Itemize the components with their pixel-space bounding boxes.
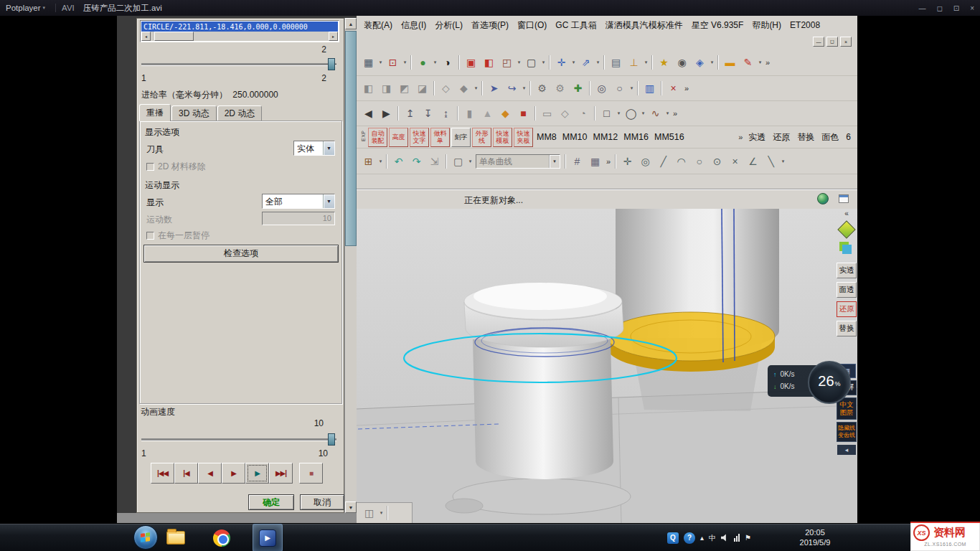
back-icon[interactable]: ◀ xyxy=(360,105,377,122)
annotate-icon[interactable]: ✎ xyxy=(740,54,756,70)
snap-point-icon[interactable]: ✛ xyxy=(619,153,636,169)
dropdown-arrow-icon[interactable]: ▾ xyxy=(377,159,384,164)
snap-line-icon[interactable]: ╱ xyxy=(655,153,672,169)
half-shade-icon[interactable]: ◑ xyxy=(439,54,456,70)
snap-tangent-icon[interactable]: ╲ xyxy=(763,153,779,169)
line-slider-track[interactable] xyxy=(141,63,336,65)
standard-part-icon[interactable] xyxy=(837,220,855,238)
ime-icon[interactable]: 中 xyxy=(709,533,716,543)
size-label-button[interactable]: MM8 xyxy=(537,132,557,142)
ok-button[interactable]: 确定 xyxy=(248,494,294,510)
size-label-button[interactable]: MM12 xyxy=(593,132,618,142)
frame-back-button[interactable]: |◀ xyxy=(174,463,198,484)
pause-each-layer-checkbox[interactable] xyxy=(146,232,154,240)
taskbar-potplayer-button[interactable]: ▶ xyxy=(253,524,283,551)
quick-button[interactable]: 自动 装配 xyxy=(368,128,387,147)
dropdown-arrow-icon[interactable]: ▾ xyxy=(643,60,649,65)
tab-2d-dynamic[interactable]: 2D 动态 xyxy=(217,105,263,121)
snap-intersect-icon[interactable]: × xyxy=(727,153,743,169)
red-block-icon[interactable]: ▣ xyxy=(463,54,479,70)
red-cube-icon[interactable]: ■ xyxy=(515,105,532,122)
snap-circle-icon[interactable]: ○ xyxy=(691,153,707,169)
go-first-button[interactable]: |◀◀ xyxy=(151,463,174,484)
locate-icon[interactable]: ◎ xyxy=(593,80,610,97)
layer-tool-button[interactable]: 隐藏线 变齿线 xyxy=(837,422,857,442)
plate-icon[interactable]: ▭ xyxy=(539,105,555,122)
solid-corner2-icon[interactable]: ◨ xyxy=(378,80,395,97)
gem-view-icon[interactable]: ◈ xyxy=(692,54,708,70)
overflow-chevron-icon[interactable]: » xyxy=(606,157,611,166)
exp-handle[interactable]: EXP xyxy=(361,133,366,141)
mdi-close-button[interactable]: × xyxy=(840,37,852,47)
selection-box-icon[interactable]: ▢ xyxy=(450,153,466,169)
dropdown-arrow-icon[interactable]: ▾ xyxy=(377,60,384,65)
panel-scroll-arrow-icon[interactable]: ◂ xyxy=(837,445,856,455)
dropdown-arrow-icon[interactable]: ▾ xyxy=(549,155,560,168)
speed-slider[interactable] xyxy=(141,433,336,447)
spline-icon[interactable]: ∿ xyxy=(647,105,664,122)
tab-3d-dynamic[interactable]: 3D 动态 xyxy=(171,105,217,121)
taskbar-chrome-button[interactable] xyxy=(207,524,237,551)
combo-arrow-icon[interactable]: ▼ xyxy=(323,141,334,155)
menu-item[interactable]: 星空 V6.935F xyxy=(687,18,748,33)
close-button[interactable]: × xyxy=(970,4,974,12)
window-icon[interactable] xyxy=(839,194,849,203)
gcode-hscrollbar[interactable]: ◂ ▸ xyxy=(141,32,338,41)
security-icon[interactable]: ? xyxy=(684,532,695,544)
hscroll-left-button[interactable]: ◂ xyxy=(141,32,151,41)
display-mode-icon[interactable]: ▦ xyxy=(360,54,377,70)
mesh-icon[interactable]: ▦ xyxy=(587,153,603,169)
menu-item[interactable]: ET2008 xyxy=(786,19,824,32)
key-icon[interactable]: ★ xyxy=(656,54,672,70)
hscroll-track[interactable] xyxy=(151,32,329,41)
qq-icon[interactable]: Q xyxy=(667,532,679,544)
extend-icon[interactable]: ⇲ xyxy=(426,153,443,169)
dropdown-arrow-icon[interactable]: ▾ xyxy=(757,60,763,65)
tray-clock[interactable]: 20:05 2019/5/9 xyxy=(788,527,842,547)
scroll-up-button[interactable]: ▲ xyxy=(345,18,357,29)
target-icon[interactable]: ◉ xyxy=(674,54,690,70)
taskbar-explorer-button[interactable] xyxy=(161,524,191,551)
menu-item[interactable]: 信息(I) xyxy=(397,18,430,33)
motion-display-combo[interactable]: 全部 ▼ xyxy=(262,194,335,209)
layers-icon[interactable] xyxy=(842,245,852,254)
play-forward-button[interactable]: ▶ xyxy=(222,463,245,484)
viewer-button[interactable]: ⊡ xyxy=(953,4,959,12)
menu-item[interactable]: 窗口(O) xyxy=(513,18,551,33)
snap-arc-icon[interactable]: ◠ xyxy=(673,153,689,169)
quick-button[interactable]: 高度 xyxy=(389,128,408,147)
overflow-chevron-icon[interactable]: » xyxy=(738,133,743,141)
check-options-button[interactable]: 检查选项 xyxy=(143,245,339,263)
play-current-button[interactable]: ▶ xyxy=(245,463,269,484)
fence-icon[interactable]: # xyxy=(569,153,585,169)
snap-center-icon[interactable]: ◎ xyxy=(637,153,654,169)
diamond-solid-icon[interactable]: ◆ xyxy=(456,80,472,97)
hidden-icons-arrow[interactable]: ▴ xyxy=(700,534,704,542)
add-icon[interactable]: ✚ xyxy=(570,80,586,97)
stop-button[interactable]: ■ xyxy=(299,463,323,484)
mdi-minimize-button[interactable]: — xyxy=(813,37,824,47)
quick-button[interactable]: 外形 线 xyxy=(472,128,491,147)
menu-item[interactable]: 分析(L) xyxy=(430,18,467,33)
menu-item[interactable]: GC 工具箱 xyxy=(551,18,600,33)
network-icon[interactable] xyxy=(734,534,740,542)
collapse-chevron-icon[interactable]: « xyxy=(844,209,849,217)
mode-label-button[interactable]: 还原 xyxy=(773,131,790,143)
volume-icon[interactable] xyxy=(721,534,729,542)
dropdown-arrow-icon[interactable]: ▾ xyxy=(378,510,385,516)
quick-button[interactable]: 快速 文字 xyxy=(410,128,429,147)
dropdown-arrow-icon[interactable]: ▾ xyxy=(709,60,715,65)
dropdown-arrow-icon[interactable]: ▾ xyxy=(467,159,473,164)
dropdown-arrow-icon[interactable]: ▾ xyxy=(516,60,522,65)
overflow-chevron-icon[interactable]: » xyxy=(765,58,770,67)
maximize-button[interactable]: ◻ xyxy=(936,4,942,12)
quick-button[interactable]: 快速 夹板 xyxy=(514,128,533,147)
hscroll-thumb[interactable] xyxy=(154,32,194,41)
mdi-restore-button[interactable]: ◻ xyxy=(826,37,838,47)
player-menu-caret-icon[interactable]: ▾ xyxy=(43,5,46,11)
datum-axis-icon[interactable]: ⊥ xyxy=(626,54,642,70)
ruler-icon[interactable]: ▬ xyxy=(722,54,738,70)
empty-box-icon[interactable]: ▢ xyxy=(523,54,540,70)
dropdown-arrow-icon[interactable]: ▾ xyxy=(640,110,646,116)
scroll-down-button[interactable]: ▼ xyxy=(345,501,357,513)
